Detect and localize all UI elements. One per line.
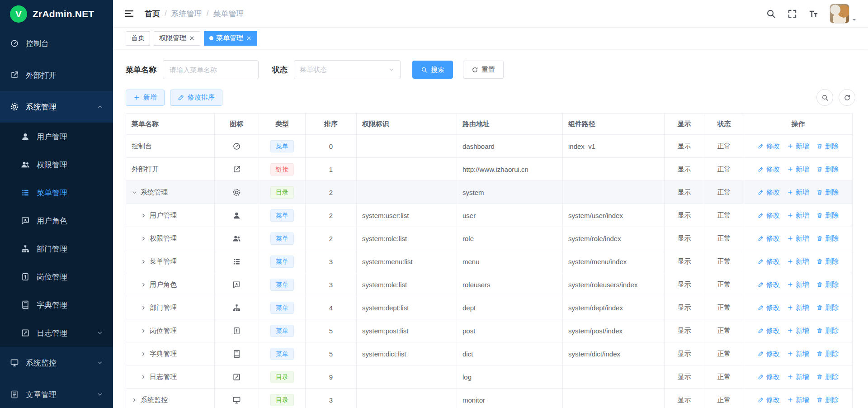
expand-arrow-icon[interactable]	[141, 374, 146, 380]
delete-link[interactable]: 删除	[816, 257, 839, 266]
collapse-arrow-icon[interactable]	[132, 190, 137, 195]
sidebar-item-字典管理[interactable]: 字典管理	[0, 291, 113, 319]
edit-link[interactable]: 修改	[758, 327, 780, 335]
expand-arrow-icon[interactable]	[141, 213, 146, 218]
table-row[interactable]: 用户角色菜单3system:role:listroleuserssystem/r…	[126, 273, 853, 296]
add-link[interactable]: 新增	[787, 142, 809, 151]
expand-arrow-icon[interactable]	[141, 351, 146, 357]
delete-link[interactable]: 删除	[816, 350, 839, 358]
add-link[interactable]: 新增	[787, 257, 809, 266]
action-label: 新增	[796, 234, 809, 243]
user-menu[interactable]	[830, 4, 857, 24]
table-row[interactable]: 岗位管理菜单5system:post:listpostsystem/post/i…	[126, 319, 853, 342]
hamburger-icon[interactable]	[124, 8, 135, 19]
sidebar-item-岗位管理[interactable]: 岗位管理	[0, 263, 113, 291]
tab-权限管理[interactable]: 权限管理	[154, 31, 200, 46]
add-link[interactable]: 新增	[787, 211, 809, 220]
expand-arrow-icon[interactable]	[141, 259, 146, 265]
edit-link[interactable]: 修改	[758, 165, 780, 174]
add-link[interactable]: 新增	[787, 165, 809, 174]
search-icon[interactable]	[766, 9, 776, 19]
sidebar-item-文章管理[interactable]: 文章管理	[0, 379, 113, 408]
add-link[interactable]: 新增	[787, 188, 809, 197]
delete-link[interactable]: 删除	[816, 211, 839, 220]
edit-link[interactable]: 修改	[758, 350, 780, 358]
plus-icon	[787, 304, 793, 311]
table-row[interactable]: 部门管理菜单4system:dept:listdeptsystem/dept/i…	[126, 296, 853, 319]
add-link[interactable]: 新增	[787, 327, 809, 335]
delete-link[interactable]: 删除	[816, 396, 839, 404]
expand-arrow-icon[interactable]	[141, 236, 146, 242]
status-select[interactable]: 菜单状态	[294, 60, 401, 79]
table-row[interactable]: 权限管理菜单2system:role:listrolesystem/role/i…	[126, 227, 853, 250]
menu-name-input[interactable]	[163, 60, 259, 79]
add-link[interactable]: 新增	[787, 396, 809, 404]
breadcrumb-item[interactable]: 首页	[145, 9, 160, 19]
avatar[interactable]	[830, 4, 849, 24]
permission-value: system:role:list	[362, 281, 407, 289]
sidebar-item-系统管理[interactable]: 系统管理	[0, 91, 113, 123]
tab-菜单管理[interactable]: 菜单管理	[204, 31, 257, 46]
sidebar-item-用户管理[interactable]: 用户管理	[0, 123, 113, 151]
fullscreen-icon[interactable]	[787, 9, 797, 19]
sidebar-item-权限管理[interactable]: 权限管理	[0, 151, 113, 179]
close-icon[interactable]	[246, 35, 252, 41]
edit-link[interactable]: 修改	[758, 234, 780, 243]
table-row[interactable]: 控制台菜单0dashboardindex_v1显示正常修改新增删除	[126, 135, 853, 158]
table-refresh-button[interactable]	[839, 89, 855, 106]
action-label: 删除	[825, 373, 839, 381]
delete-link[interactable]: 删除	[816, 142, 839, 151]
table-row[interactable]: 系统监控目录3monitor显示正常修改新增删除	[126, 389, 853, 408]
role-icon	[21, 160, 30, 169]
close-icon[interactable]	[189, 35, 195, 41]
component-value: system/role/index	[568, 235, 621, 242]
add-button[interactable]: 新增	[126, 90, 165, 106]
sidebar-item-用户角色[interactable]: 用户角色	[0, 207, 113, 235]
edit-link[interactable]: 修改	[758, 142, 780, 151]
edit-link[interactable]: 修改	[758, 280, 780, 289]
table-search-button[interactable]	[816, 89, 833, 106]
add-link[interactable]: 新增	[787, 304, 809, 312]
expand-arrow-icon[interactable]	[141, 282, 146, 288]
search-button[interactable]: 搜索	[412, 61, 453, 79]
sidebar-item-系统监控[interactable]: 系统监控	[0, 347, 113, 379]
font-size-icon[interactable]	[808, 9, 819, 19]
sidebar-item-菜单管理[interactable]: 菜单管理	[0, 179, 113, 207]
table-row[interactable]: 日志管理目录9log显示正常修改新增删除	[126, 365, 853, 389]
add-link[interactable]: 新增	[787, 280, 809, 289]
sidebar-item-控制台[interactable]: 控制台	[0, 28, 113, 59]
table-row[interactable]: 用户管理菜单2system:user:listusersystem/user/i…	[126, 204, 853, 227]
add-link[interactable]: 新增	[787, 373, 809, 381]
table-row[interactable]: 外部打开链接1http://www.izhaorui.cn显示正常修改新增删除	[126, 158, 853, 181]
delete-link[interactable]: 删除	[816, 280, 839, 289]
sidebar-item-外部打开[interactable]: 外部打开	[0, 59, 113, 91]
sort-edit-button[interactable]: 修改排序	[170, 90, 222, 106]
delete-link[interactable]: 删除	[816, 373, 839, 381]
expand-arrow-icon[interactable]	[141, 305, 146, 311]
edit-link[interactable]: 修改	[758, 304, 780, 312]
edit-link[interactable]: 修改	[758, 211, 780, 220]
expand-arrow-icon[interactable]	[132, 397, 137, 403]
table-row[interactable]: 系统管理目录2system显示正常修改新增删除	[126, 181, 853, 204]
delete-link[interactable]: 删除	[816, 327, 839, 335]
edit-link[interactable]: 修改	[758, 396, 780, 404]
sidebar-item-日志管理[interactable]: 日志管理	[0, 319, 113, 347]
table-row[interactable]: 菜单管理菜单3system:menu:listmenusystem/menu/i…	[126, 250, 853, 273]
delete-link[interactable]: 删除	[816, 304, 839, 312]
expand-arrow-icon[interactable]	[141, 328, 146, 334]
sidebar-item-部门管理[interactable]: 部门管理	[0, 235, 113, 263]
edit-link[interactable]: 修改	[758, 188, 780, 197]
edit-link[interactable]: 修改	[758, 373, 780, 381]
edit-link[interactable]: 修改	[758, 257, 780, 266]
delete-icon	[816, 374, 823, 380]
delete-link[interactable]: 删除	[816, 234, 839, 243]
add-link[interactable]: 新增	[787, 350, 809, 358]
table-row[interactable]: 字典管理菜单5system:dict:listdictsystem/dict/i…	[126, 342, 853, 365]
tab-首页[interactable]: 首页	[126, 31, 150, 46]
component-value: system/menu/index	[568, 258, 627, 266]
delete-link[interactable]: 删除	[816, 165, 839, 174]
reset-button[interactable]: 重置	[463, 61, 504, 79]
delete-link[interactable]: 删除	[816, 188, 839, 197]
add-link[interactable]: 新增	[787, 234, 809, 243]
delete-icon	[816, 189, 823, 195]
